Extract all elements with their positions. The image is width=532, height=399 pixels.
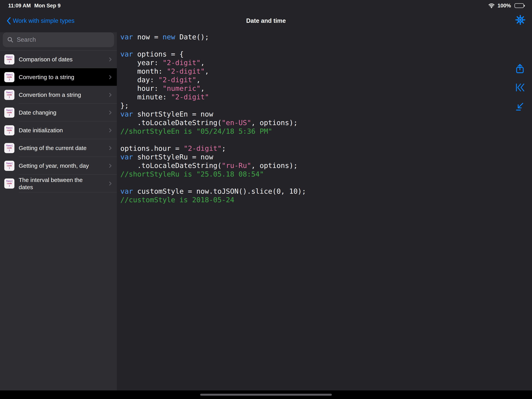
sidebar-item-label: Convertion from a string bbox=[19, 91, 81, 98]
skip-to-start-button[interactable] bbox=[515, 82, 525, 93]
bottom-band bbox=[0, 390, 532, 399]
wifi-icon bbox=[488, 3, 495, 8]
status-right: 100% bbox=[488, 3, 524, 9]
sidebar-item[interactable]: func{code}Getting of year, month, day bbox=[0, 157, 117, 174]
code-file-icon: func{code} bbox=[4, 108, 14, 118]
code-file-icon: func{code} bbox=[4, 179, 14, 189]
sidebar-item-label: Date initialization bbox=[19, 127, 63, 134]
code-line: options.hour = "2-digit"; bbox=[120, 144, 532, 153]
battery-icon bbox=[514, 3, 524, 8]
status-bar: 11:09 AM Mon Sep 9 100% bbox=[0, 0, 532, 9]
sidebar-item-label: Converting to a string bbox=[19, 73, 74, 81]
back-button[interactable]: Work with simple types bbox=[7, 17, 74, 25]
jump-bottom-left-button[interactable] bbox=[515, 101, 525, 112]
sidebar-item-label: Getting of the current date bbox=[19, 144, 87, 152]
code-line: .toLocaleDateString("en-US", options); bbox=[120, 118, 532, 127]
sidebar-item[interactable]: func{code}Getting of the current date bbox=[0, 139, 117, 157]
code-panel: var now = new Date(); var options = { ye… bbox=[117, 32, 532, 390]
chevron-right-icon bbox=[108, 74, 113, 80]
code-file-icon: func{code} bbox=[4, 90, 14, 100]
page-title: Date and time bbox=[246, 17, 286, 24]
chevron-right-icon bbox=[108, 145, 113, 151]
gear-icon bbox=[515, 15, 525, 25]
sidebar-item[interactable]: func{code}Convertion from a string bbox=[0, 86, 117, 104]
code-line bbox=[120, 179, 532, 187]
app-screen: 11:09 AM Mon Sep 9 100% Work with sim bbox=[0, 0, 532, 399]
code-line: //customStyle is 2018-05-24 bbox=[120, 196, 532, 204]
chevron-right-icon bbox=[108, 57, 113, 62]
sidebar-item[interactable]: func{code}Date initialization bbox=[0, 121, 117, 139]
code-file-icon: func{code} bbox=[4, 72, 14, 82]
code-file-icon: func{code} bbox=[4, 54, 14, 64]
code-line: var shortStyleEn = now bbox=[120, 110, 532, 118]
status-time: 11:09 AM bbox=[8, 3, 31, 9]
code-line: hour: "numeric", bbox=[120, 84, 532, 93]
code-line bbox=[120, 41, 532, 50]
code-file-icon: func{code} bbox=[4, 143, 14, 153]
code-line: }; bbox=[120, 101, 532, 110]
sidebar-item[interactable]: func{code}Date changing bbox=[0, 104, 117, 121]
code-block: var now = new Date(); var options = { ye… bbox=[120, 33, 532, 204]
code-line: minute: "2-digit" bbox=[120, 93, 532, 101]
code-file-icon: func{code} bbox=[4, 125, 14, 135]
code-line: year: "2-digit", bbox=[120, 58, 532, 67]
search-input[interactable] bbox=[17, 36, 110, 43]
chevron-right-icon bbox=[108, 92, 113, 98]
status-date: Mon Sep 9 bbox=[34, 3, 61, 9]
sidebar-item[interactable]: func{code}Comparison of dates bbox=[0, 51, 117, 68]
code-line: .toLocaleDateString("ru-Ru", options); bbox=[120, 161, 532, 170]
sidebar-item-label: Getting of year, month, day bbox=[19, 162, 89, 169]
sidebar-item-label: Date changing bbox=[19, 109, 56, 116]
sidebar-list: func{code}Comparison of datesfunc{code}C… bbox=[0, 50, 117, 192]
chevron-right-icon bbox=[108, 110, 113, 115]
settings-button[interactable] bbox=[515, 15, 525, 25]
code-line: var customStyle = now.toJSON().slice(0, … bbox=[120, 187, 532, 196]
chevron-right-icon bbox=[108, 128, 113, 133]
share-button[interactable] bbox=[515, 64, 525, 74]
search-icon bbox=[7, 36, 14, 43]
code-file-icon: func{code} bbox=[4, 161, 14, 171]
main-area: func{code}Comparison of datesfunc{code}C… bbox=[0, 32, 532, 390]
code-line: //shortStyleEn is "05/24/18 5:36 PM" bbox=[120, 127, 532, 135]
chevron-right-icon bbox=[108, 181, 113, 186]
sidebar-item-label: The interval between the dates bbox=[19, 176, 98, 191]
share-icon bbox=[515, 64, 525, 74]
code-line: month: "2-digit", bbox=[120, 67, 532, 76]
battery-percent: 100% bbox=[498, 3, 511, 9]
code-line: var shortStyleRu = now bbox=[120, 153, 532, 161]
code-line: //shortStyleRu is "25.05.18 08:54" bbox=[120, 170, 532, 179]
code-line: var options = { bbox=[120, 50, 532, 58]
sidebar-item[interactable]: func{code}Converting to a string bbox=[0, 68, 117, 86]
code-line: day: "2-digit", bbox=[120, 76, 532, 84]
chevron-right-icon bbox=[108, 163, 113, 168]
status-left: 11:09 AM Mon Sep 9 bbox=[8, 3, 61, 9]
sidebar: func{code}Comparison of datesfunc{code}C… bbox=[0, 32, 117, 390]
skip-to-start-icon bbox=[515, 82, 525, 93]
code-line: var now = new Date(); bbox=[120, 33, 532, 41]
header: 11:09 AM Mon Sep 9 100% Work with sim bbox=[0, 0, 532, 32]
search-field[interactable] bbox=[3, 32, 114, 47]
code-line bbox=[120, 135, 532, 144]
home-indicator[interactable] bbox=[200, 394, 332, 396]
sidebar-item-label: Comparison of dates bbox=[19, 56, 73, 63]
arrow-bottom-left-icon bbox=[515, 101, 525, 112]
sidebar-item[interactable]: func{code}The interval between the dates bbox=[0, 174, 117, 192]
back-chevron-icon bbox=[7, 17, 11, 25]
nav-bar: Work with simple types Date and time bbox=[0, 9, 532, 32]
back-label: Work with simple types bbox=[13, 17, 74, 24]
